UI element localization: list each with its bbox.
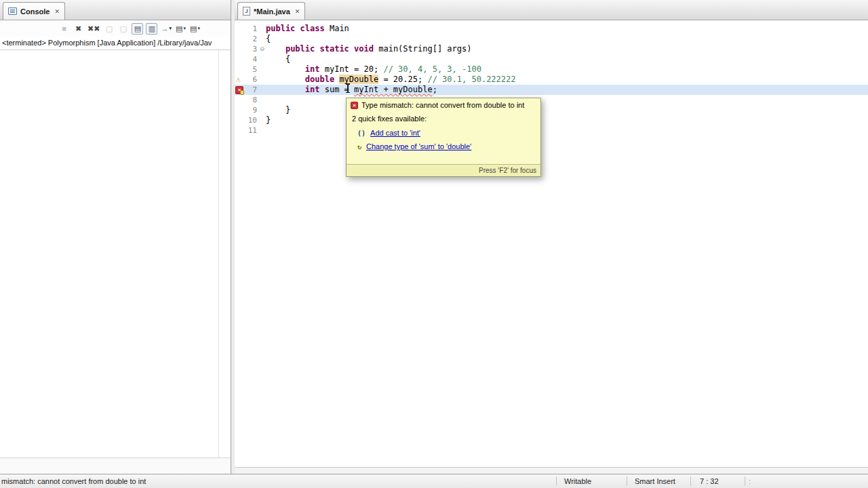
error-marker-icon[interactable] (235, 85, 243, 95)
status-separator (690, 476, 691, 486)
code-line-1[interactable]: 1public class Main (235, 24, 868, 34)
console-tabbar: Console ✕ (0, 0, 231, 20)
quickfix-body: 2 quick fixes available: ()Add cast to '… (347, 111, 540, 164)
status-cursor-position: 7 : 32 (700, 477, 719, 485)
editor-horizontal-scrollbar[interactable] (235, 467, 868, 474)
console-icon (8, 7, 17, 15)
fold-column (258, 85, 266, 95)
status-handle: : (749, 477, 751, 485)
close-icon[interactable]: ✕ (54, 8, 60, 15)
warning-marker-icon[interactable] (235, 75, 243, 85)
marker-column (235, 125, 243, 136)
status-separator (556, 476, 557, 486)
close-icon[interactable]: ✕ (295, 8, 300, 15)
tab-console[interactable]: Console ✕ (3, 2, 65, 20)
java-file-icon: J (243, 7, 250, 16)
quickfix-link[interactable]: Add cast to 'int' (370, 129, 420, 137)
display-selected-console-icon[interactable]: ▤▾ (175, 23, 186, 35)
marker-column (235, 95, 243, 105)
workbench: Console ✕ ■✖✖✖▢▢▤▥→▾▤▾▤▾ <terminated> Po… (0, 0, 868, 474)
console-horizontal-scrollbar[interactable] (0, 458, 231, 474)
fold-column (258, 34, 266, 44)
view-menu-icon[interactable]: ▤▾ (189, 23, 201, 35)
pin-console-icon[interactable]: ▥ (146, 23, 157, 35)
code-line-10[interactable]: 10} (235, 115, 868, 125)
marker-column (235, 64, 243, 75)
code-line-8[interactable]: 8 (235, 95, 868, 105)
status-message: mismatch: cannot convert from double to … (1, 477, 146, 485)
marker-column (235, 115, 243, 125)
quickfix-item[interactable]: ()Add cast to 'int' (357, 129, 535, 137)
code-line-3[interactable]: 3⊖ public static void main(String[] args… (235, 44, 868, 54)
editor-tabbar: J *Main.java ✕ (235, 0, 868, 20)
line-number: 9 (243, 105, 258, 115)
quickfix-footer: Press 'F2' for focus (347, 164, 540, 176)
line-number: 10 (243, 115, 258, 125)
code-text[interactable]: int myInt = 20; // 30, 4, 5, 3, -100 (266, 64, 868, 75)
code-text[interactable]: public static void main(String[] args) (266, 44, 868, 54)
marker-column (235, 44, 243, 54)
code-text[interactable]: { (266, 54, 868, 64)
change-type-quickfix-icon: ↻ (357, 143, 361, 150)
terminate-icon[interactable]: ■ (58, 23, 70, 35)
console-tab-label: Console (20, 7, 50, 16)
code-line-9[interactable]: 9 } (235, 105, 868, 115)
code-line-11[interactable]: 11 (235, 125, 868, 136)
line-number: 2 (243, 34, 258, 44)
status-separator (745, 476, 745, 486)
line-number: 11 (243, 125, 258, 136)
fold-column (258, 105, 266, 115)
quickfix-subtitle: 2 quick fixes available: (352, 115, 535, 123)
status-bar: mismatch: cannot convert from double to … (0, 474, 868, 488)
code-line-5[interactable]: 5 int myInt = 20; // 30, 4, 5, 3, -100 (235, 64, 868, 75)
code-text[interactable]: public class Main (266, 24, 868, 34)
line-number: 8 (243, 95, 258, 105)
code-editor[interactable]: 1public class Main2{3⊖ public static voi… (235, 20, 868, 467)
show-console-on-output-icon[interactable]: ▤ (132, 23, 143, 35)
open-console-icon[interactable]: →▾ (160, 23, 172, 35)
quickfix-popup: × Type mismatch: cannot convert from dou… (346, 98, 541, 177)
fold-column (258, 24, 266, 34)
quickfix-title: Type mismatch: cannot convert from doubl… (361, 101, 524, 109)
marker-column (235, 105, 243, 115)
quickfix-item[interactable]: ↻Change type of 'sum' to 'double' (357, 142, 535, 150)
code-line-2[interactable]: 2{ (235, 34, 868, 44)
dropdown-caret-icon: ▾ (169, 26, 172, 31)
fold-column (258, 64, 266, 75)
dropdown-caret-icon: ▾ (183, 26, 186, 31)
editor-area: J *Main.java ✕ 1public class Main2{3⊖ pu… (235, 0, 868, 474)
console-vertical-scrollbar[interactable] (218, 50, 219, 458)
tab-main-java[interactable]: J *Main.java ✕ (237, 2, 305, 20)
console-status-line: <terminated> Polymorphism [Java Applicat… (0, 37, 231, 50)
marker-column (235, 34, 243, 44)
status-writable: Writable (564, 477, 591, 485)
mouse-cursor (344, 83, 351, 93)
line-number: 6 (243, 75, 258, 85)
clear-console-icon[interactable]: ▢ (103, 23, 115, 35)
scroll-lock-icon[interactable]: ▢ (117, 23, 129, 35)
code-text[interactable]: double myDouble = 20.25; // 30.1, 50.222… (266, 75, 868, 85)
code-line-7[interactable]: 7 int sum = myInt + myDouble; (235, 85, 868, 95)
eclipse-window: Console ✕ ■✖✖✖▢▢▤▥→▾▤▾▤▾ <terminated> Po… (0, 0, 868, 488)
code-line-6[interactable]: 6 double myDouble = 20.25; // 30.1, 50.2… (235, 75, 868, 85)
status-separator (627, 476, 627, 486)
line-number: 3 (243, 44, 258, 54)
fold-column (258, 125, 266, 136)
code-text[interactable]: int sum = myInt + myDouble; (266, 85, 868, 95)
cast-quickfix-icon: () (357, 129, 366, 137)
quickfix-link[interactable]: Change type of 'sum' to 'double' (366, 142, 471, 150)
code-line-4[interactable]: 4 { (235, 54, 868, 64)
remove-all-terminated-icon[interactable]: ✖✖ (87, 23, 100, 35)
console-output-area[interactable] (0, 50, 231, 458)
fold-column (258, 115, 266, 125)
fold-column (258, 54, 266, 64)
remove-launch-icon[interactable]: ✖ (73, 23, 84, 35)
console-view: Console ✕ ■✖✖✖▢▢▤▥→▾▤▾▤▾ <terminated> Po… (0, 0, 231, 474)
fold-collapse-icon[interactable]: ⊖ (258, 44, 266, 54)
fold-column (258, 75, 266, 85)
code-text[interactable]: { (266, 34, 868, 44)
editor-tab-label: *Main.java (254, 7, 290, 16)
fold-column (258, 95, 266, 105)
marker-column (235, 24, 243, 34)
quickfix-header: × Type mismatch: cannot convert from dou… (347, 98, 540, 111)
